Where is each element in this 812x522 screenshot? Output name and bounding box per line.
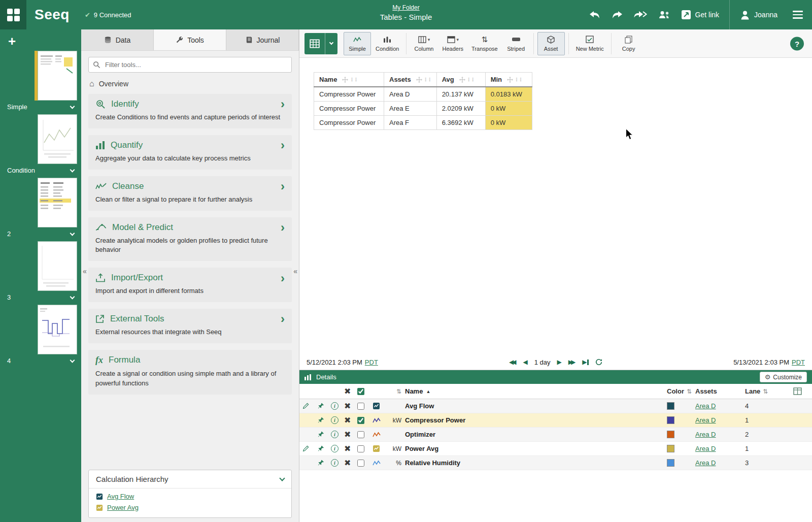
remove-all-icon[interactable]: ✖ [344,387,351,396]
worksheet-label-row[interactable]: Condition [0,164,81,176]
range-end-time[interactable]: 5/13/2021 2:03 PM [733,358,789,366]
tool-card-quantify[interactable]: Quantify › Aggregate your data to calcul… [88,135,292,170]
pin-icon[interactable] [318,431,324,438]
pin-icon[interactable] [318,445,324,452]
new-worksheet-button[interactable]: + [8,35,16,48]
asset-link[interactable]: Area D [695,445,716,452]
color-swatch[interactable] [667,402,674,410]
help-button[interactable]: ? [790,37,804,50]
range-duration[interactable]: 1 day [534,358,551,366]
overview-link[interactable]: ⌂ Overview [81,77,299,94]
asset-link[interactable]: Area D [695,402,716,410]
pin-icon[interactable] [318,460,324,466]
toolbar-simple-button[interactable]: Simple [344,32,371,55]
step-to-now-icon[interactable]: ▶ [582,358,589,366]
remove-icon[interactable]: ✖ [344,402,351,410]
forward-all-button[interactable] [633,10,648,19]
connection-status[interactable]: ✔ 9 Connected [85,11,131,19]
worksheet-thumbnail[interactable] [38,114,77,164]
row-checkbox[interactable] [357,445,364,452]
redo-button[interactable] [611,10,623,19]
refresh-icon[interactable] [595,358,602,366]
detail-row-avg-flow[interactable]: i ✖ Avg Flow Area D 4 [299,399,812,413]
pin-icon[interactable] [318,403,324,409]
worksheet-label-row[interactable]: 4 [0,354,81,366]
row-checkbox[interactable] [357,431,364,438]
tool-card-import-export[interactable]: Import/Export › Import and export in dif… [88,268,292,302]
worksheet-label-row[interactable]: Simple [0,101,81,112]
toolbar-asset-button[interactable]: Asset [537,32,565,55]
hamburger-menu-button[interactable] [788,0,808,29]
asset-link[interactable]: Area D [695,416,716,424]
step-forward-full-icon[interactable]: ▶▶ [568,358,576,366]
detail-row-relative-humidity[interactable]: i ✖ % Relative Humidity Area D 3 [299,456,812,470]
toolbar-transpose-button[interactable]: ⇅ Transpose [468,32,501,55]
worksheet-label-row[interactable]: 2 [0,227,81,239]
step-forward-half-icon[interactable]: ▶ [557,358,562,366]
app-launcher-button[interactable] [0,0,26,29]
add-column-icon[interactable] [793,387,802,395]
edit-icon[interactable] [302,403,309,409]
detail-row-compressor-power[interactable]: i ✖ kW Compressor Power Area D 1 [299,413,812,428]
sort-by-lane-header[interactable]: Lane⇅ [740,387,768,395]
row-checkbox[interactable] [357,417,364,424]
info-icon[interactable]: i [331,416,339,424]
tab-journal[interactable]: Journal [226,29,299,50]
table-view-button[interactable] [304,33,337,54]
column-header-min[interactable]: Min⋮⋮ [485,73,532,87]
column-header-name[interactable]: Name⋮⋮ [314,73,384,87]
customize-button[interactable]: ⚙ Customize [760,372,807,382]
range-start-time[interactable]: 5/12/2021 2:03 PM [307,358,362,366]
timezone-link[interactable]: PDT [792,358,805,366]
column-header-assets[interactable]: Assets⋮⋮ [384,73,437,87]
column-header-avg[interactable]: Avg⋮⋮ [436,73,485,87]
remove-icon[interactable]: ✖ [344,445,351,453]
row-checkbox[interactable] [357,403,364,410]
tab-data[interactable]: Data [81,29,154,50]
users-button[interactable] [658,10,671,19]
toolbar-copy-button[interactable]: Copy [615,32,642,55]
filter-tools-input[interactable] [88,57,292,73]
sort-icon[interactable]: ⇅ [396,388,401,395]
toolbar-condition-button[interactable]: Condition [372,32,402,55]
worksheet-thumbnail[interactable] [38,241,77,291]
collapse-sidebar-button[interactable]: « [83,267,87,275]
color-swatch[interactable] [667,431,674,438]
toolbar-striped-button[interactable]: Striped [502,32,530,55]
get-link-button[interactable]: Get link [681,10,719,20]
info-icon[interactable]: i [331,431,339,438]
remove-icon[interactable]: ✖ [344,459,351,467]
table-row[interactable]: Compressor Power Area D 20.137 kW 0.0183… [314,87,532,102]
info-icon[interactable]: i [331,459,339,467]
info-icon[interactable]: i [331,402,339,410]
pin-icon[interactable] [318,417,324,423]
calc-item-link[interactable]: Avg Flow [107,493,134,500]
chevron-down-icon[interactable] [325,33,337,54]
worksheet-thumbnail[interactable] [38,305,77,354]
step-back-half-icon[interactable]: ◀ [523,358,527,366]
info-icon[interactable]: i [331,445,339,452]
table-row[interactable]: Compressor Power Area E 2.0209 kW 0 kW [314,102,532,116]
sort-by-color-header[interactable]: Color⇅ [667,387,695,395]
tool-card-model-predict[interactable]: Model & Predict › Create analytical mode… [88,217,292,262]
toolbar-headers-button[interactable]: ▾ Headers [438,32,467,55]
toolbar-column-button[interactable]: ▾ Column [410,32,437,55]
detail-row-power-avg[interactable]: i ✖ kW Power Avg Area D 1 [299,442,812,456]
select-all-checkbox[interactable] [357,388,364,395]
worksheet-thumbnail[interactable] [38,51,77,101]
remove-icon[interactable]: ✖ [344,431,351,439]
color-swatch[interactable] [667,459,674,467]
remove-icon[interactable]: ✖ [344,416,351,425]
tool-card-identify[interactable]: Identify › Create Conditions to find eve… [88,94,292,128]
tool-card-external-tools[interactable]: External Tools › External resources that… [88,309,292,343]
edit-icon[interactable] [302,445,309,452]
table-row[interactable]: Compressor Power Area F 6.3692 kW 0 kW [314,116,532,130]
tool-card-formula[interactable]: fx Formula Create a signal or condition … [88,350,292,395]
row-checkbox[interactable] [357,460,364,467]
tab-tools[interactable]: Tools [154,29,226,50]
calc-item-link[interactable]: Power Avg [107,504,139,511]
color-swatch[interactable] [667,445,674,452]
asset-link[interactable]: Area D [695,459,716,467]
toolbar-new-metric-button[interactable]: New Metric [572,32,607,55]
user-menu[interactable]: Joanna [740,10,777,20]
